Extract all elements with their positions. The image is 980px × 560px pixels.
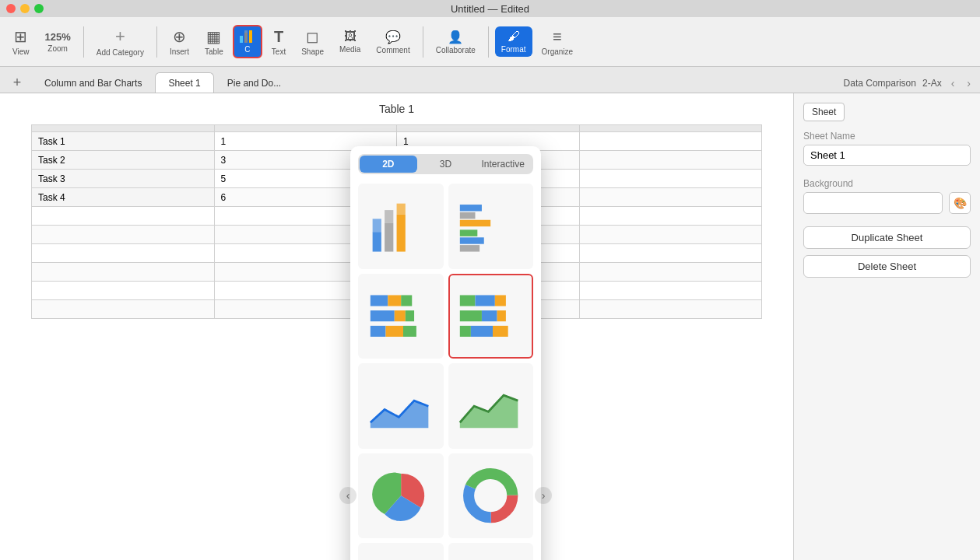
minimize-button[interactable] xyxy=(20,4,30,13)
comment-icon: 💬 xyxy=(385,30,401,44)
text-button[interactable]: T Text xyxy=(265,25,292,59)
svg-rect-2 xyxy=(249,30,252,43)
format-label: Format xyxy=(501,45,526,54)
shape-icon: ◻ xyxy=(306,27,319,46)
toolbar-separator-2 xyxy=(156,26,157,58)
collaborate-label: Collaborate xyxy=(436,46,476,54)
svg-rect-29 xyxy=(482,310,497,321)
svg-rect-6 xyxy=(396,214,405,251)
organize-button[interactable]: ≡ Organize xyxy=(536,25,580,59)
chart-item-donut[interactable] xyxy=(448,453,534,539)
panel-tabs: Sheet xyxy=(803,103,971,121)
add-sheet-button[interactable]: + xyxy=(6,72,28,93)
right-panel: Sheet Sheet Name Background 🎨 Duplicate … xyxy=(793,93,980,560)
tab-pie[interactable]: Pie and Do... xyxy=(214,72,294,93)
traffic-lights xyxy=(6,4,44,13)
insert-label: Insert xyxy=(170,47,189,56)
chart-item-line-area[interactable] xyxy=(448,363,534,449)
tab-pie-label: Pie and Do... xyxy=(227,78,281,89)
svg-rect-20 xyxy=(394,310,405,321)
table-title: Table 1 xyxy=(0,93,793,124)
toolbar-separator-3 xyxy=(423,26,423,58)
spreadsheet-area[interactable]: Table 1 Task 1 1 1 Task 2 xyxy=(0,93,793,560)
tab-column-bar[interactable]: Column and Bar Charts xyxy=(31,72,155,93)
chart-button[interactable]: C xyxy=(233,25,262,58)
fullscreen-button[interactable] xyxy=(34,4,44,13)
chart-item-line[interactable] xyxy=(358,543,444,560)
duplicate-sheet-button[interactable]: Duplicate Sheet xyxy=(803,226,971,249)
row4-label: Task 4 xyxy=(32,188,215,207)
media-label: Media xyxy=(339,45,360,54)
shape-label: Shape xyxy=(301,47,324,56)
zoom-control[interactable]: 125% Zoom xyxy=(39,28,77,56)
svg-rect-9 xyxy=(396,203,405,214)
panel-tab-sheet[interactable]: Sheet xyxy=(803,103,845,121)
background-section: Background 🎨 xyxy=(803,178,971,214)
svg-rect-12 xyxy=(460,219,490,226)
table-label: Table xyxy=(205,47,223,56)
chart-prev-button[interactable]: ‹ xyxy=(339,487,357,504)
chart-label: C xyxy=(244,45,250,54)
row4-col-c[interactable] xyxy=(579,188,762,207)
text-icon: T xyxy=(274,28,283,46)
svg-rect-14 xyxy=(460,237,484,243)
chart-item-column[interactable] xyxy=(358,184,444,269)
chart-item-grouped-bar[interactable] xyxy=(448,184,534,269)
row2-col-c[interactable] xyxy=(579,151,762,170)
row3-col-c[interactable] xyxy=(579,170,762,188)
insert-button[interactable]: ⊕ Insert xyxy=(163,24,195,59)
tab-sheet1[interactable]: Sheet 1 xyxy=(155,72,213,93)
media-button[interactable]: 🖼 Media xyxy=(333,26,367,57)
close-button[interactable] xyxy=(6,4,16,13)
chart-item-stacked-bar-h2[interactable] xyxy=(448,274,534,359)
delete-sheet-button[interactable]: Delete Sheet xyxy=(803,255,971,278)
toolbar-separator-4 xyxy=(488,26,489,58)
chart-item-scatter[interactable]: + + xyxy=(448,543,534,560)
svg-rect-24 xyxy=(403,326,416,337)
svg-rect-7 xyxy=(372,219,381,232)
chart-next-button[interactable]: › xyxy=(535,487,552,504)
view-button[interactable]: ⊞ View xyxy=(6,24,36,59)
svg-rect-25 xyxy=(460,296,476,306)
chart-tab-2d[interactable]: 2D xyxy=(360,156,417,173)
table-button[interactable]: ▦ Table xyxy=(198,24,230,59)
chart-item-pie[interactable] xyxy=(358,453,444,539)
sheet-name-label: Sheet Name xyxy=(803,131,971,142)
svg-rect-3 xyxy=(244,30,248,33)
row1-label: Task 1 xyxy=(32,132,215,151)
collaborate-button[interactable]: 👤 Collaborate xyxy=(430,26,482,58)
chart-item-area[interactable] xyxy=(358,363,444,449)
format-button[interactable]: 🖌 Format xyxy=(495,26,532,57)
chart-tab-3d[interactable]: 3D xyxy=(417,156,475,173)
svg-rect-1 xyxy=(244,33,248,43)
col-b-header xyxy=(397,125,580,132)
chart-picker-tabs: 2D 3D Interactive xyxy=(358,154,533,174)
add-category-button[interactable]: + Add Category xyxy=(90,23,150,60)
svg-rect-10 xyxy=(460,205,482,211)
svg-rect-21 xyxy=(405,310,413,321)
prev-tab-button[interactable]: ‹ xyxy=(948,77,958,89)
chart-tab-interactive[interactable]: Interactive xyxy=(474,156,532,173)
shape-button[interactable]: ◻ Shape xyxy=(295,24,330,59)
svg-rect-16 xyxy=(370,296,388,306)
svg-rect-8 xyxy=(385,210,393,223)
organize-label: Organize xyxy=(542,47,574,56)
data-comparison-tab[interactable]: Data Comparison xyxy=(844,78,916,89)
color-wheel-button[interactable]: 🎨 xyxy=(949,192,971,214)
background-color-box[interactable] xyxy=(803,192,943,214)
chart-item-stacked-bar-h[interactable] xyxy=(358,274,444,359)
svg-rect-23 xyxy=(385,326,403,337)
two-ax-tab[interactable]: 2-Ax xyxy=(922,78,942,89)
toolbar-separator xyxy=(83,26,84,58)
svg-rect-4 xyxy=(372,232,381,251)
add-category-icon: + xyxy=(115,26,125,47)
row1-col-c[interactable] xyxy=(579,132,762,151)
background-color-row: 🎨 xyxy=(803,192,971,214)
background-label: Background xyxy=(803,178,971,189)
svg-rect-19 xyxy=(370,310,394,321)
table-icon: ▦ xyxy=(206,27,221,46)
next-tab-button[interactable]: › xyxy=(964,77,974,89)
sheet-name-input[interactable] xyxy=(803,145,971,166)
comment-button[interactable]: 💬 Comment xyxy=(370,26,416,58)
chart-grid: + + xyxy=(350,180,541,560)
